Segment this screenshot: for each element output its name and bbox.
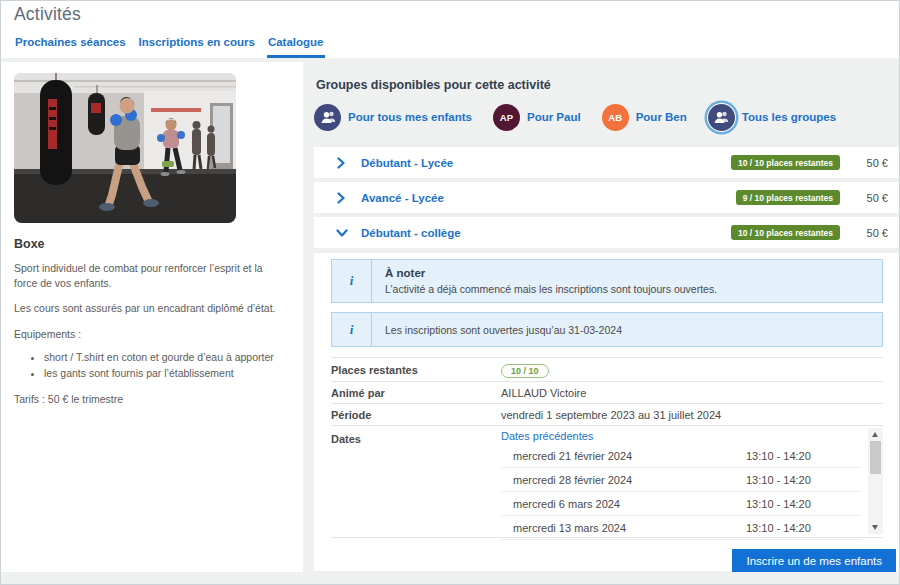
places-badge: 10 / 10 places restantes	[731, 155, 840, 170]
equipment-item: short / T.shirt en coton et gourde d’eau…	[44, 350, 294, 366]
group-name: Débutant - Lycée	[361, 157, 453, 169]
groups-panel: Groupes disponibles pour cette activité …	[314, 62, 900, 571]
filter-label: Pour tous mes enfants	[348, 111, 472, 123]
scroll-up-icon[interactable]	[872, 432, 878, 437]
session-time: 13:10 - 14:20	[746, 498, 811, 510]
info-box-a-noter: i À noter L’activité a déjà commencé mai…	[331, 259, 883, 303]
activity-description-1: Sport individuel de combat pour renforce…	[14, 261, 284, 291]
group-detail-panel: i À noter L’activité a déjà commencé mai…	[314, 253, 900, 571]
users-icon	[708, 104, 735, 131]
avatar-paul: AP	[493, 104, 520, 131]
places-badge: 10 / 10 places restantes	[731, 225, 840, 240]
filter-all-groups[interactable]: Tous les groupes	[708, 104, 836, 131]
tarifs-text: Tarifs : 50 € le trimestre	[14, 393, 290, 405]
groups-title: Groupes disponibles pour cette activité	[316, 78, 900, 92]
group-row-debutant-college[interactable]: Débutant - collège 10 / 10 places restan…	[314, 217, 900, 248]
filter-label: Pour Paul	[527, 111, 581, 123]
activity-description-2: Les cours sont assurés par un encadrant …	[14, 301, 284, 316]
users-icon	[314, 104, 341, 131]
avatar-ben: AB	[602, 104, 629, 131]
session-row: mercredi 28 février 2024 13:10 - 14:20	[501, 468, 862, 492]
equipment-item: les gants sont fournis par l’établisseme…	[44, 366, 294, 382]
group-name: Avancé - Lycée	[361, 192, 444, 204]
scroll-down-icon[interactable]	[872, 525, 878, 530]
scrollbar-thumb[interactable]	[870, 441, 881, 474]
session-date: mercredi 21 février 2024	[501, 450, 746, 462]
page-header: Activités Prochaines séances Inscription…	[1, 1, 899, 58]
table-row-dates: Dates Dates précédentes mercredi 21 févr…	[331, 426, 883, 538]
info-box-inscriptions: i Les inscriptions sont ouvertes jusqu’a…	[331, 312, 883, 347]
tab-bar: Prochaines séances Inscriptions en cours…	[14, 31, 325, 58]
page-title: Activités	[14, 4, 81, 25]
info-text: L’activité a déjà commencé mais les insc…	[385, 283, 717, 295]
group-price: 50 €	[848, 192, 888, 204]
places-badge: 9 / 10 places restantes	[736, 190, 840, 205]
filter-all-my-children[interactable]: Pour tous mes enfants	[314, 104, 472, 131]
activity-name: Boxe	[14, 237, 290, 251]
filter-label: Tous les groupes	[742, 111, 836, 123]
dates-scrollbar[interactable]	[868, 428, 883, 534]
info-text: Les inscriptions sont ouvertes jusqu’au …	[372, 313, 635, 346]
animator-value: AILLAUD Victoire	[501, 387, 586, 399]
dates-scroll-area[interactable]: Dates précédentes mercredi 21 février 20…	[501, 426, 883, 537]
child-filter-bar: Pour tous mes enfants AP Pour Paul AB Po…	[314, 102, 900, 132]
chevron-right-icon	[336, 157, 348, 169]
table-row-animator: Animé par AILLAUD Victoire	[331, 382, 883, 404]
activity-panel: Boxe Sport individuel de combat pour ren…	[1, 62, 303, 572]
info-box-body: À noter L’activité a déjà commencé mais …	[372, 260, 730, 302]
group-row-avance-lycee[interactable]: Avancé - Lycée 9 / 10 places restantes 5…	[314, 182, 900, 213]
enroll-child-button[interactable]: Inscrire un de mes enfants	[732, 549, 896, 572]
filter-label: Pour Ben	[636, 111, 687, 123]
info-icon: i	[332, 260, 372, 302]
group-row-debutant-lycee[interactable]: Débutant - Lycée 10 / 10 places restante…	[314, 147, 900, 178]
group-price: 50 €	[848, 227, 888, 239]
session-time: 13:10 - 14:20	[746, 474, 811, 486]
filter-paul[interactable]: AP Pour Paul	[493, 104, 581, 131]
tab-catalogue[interactable]: Catalogue	[267, 31, 325, 58]
row-label: Places restantes	[331, 364, 501, 376]
table-row-period: Période vendredi 1 septembre 2023 au 31 …	[331, 404, 883, 426]
session-date: mercredi 6 mars 2024	[501, 498, 746, 510]
group-details-table: Places restantes 10 / 10 Animé par AILLA…	[331, 357, 883, 538]
equipment-title: Equipements :	[14, 327, 284, 342]
session-date: mercredi 13 mars 2024	[501, 522, 746, 534]
session-date: mercredi 28 février 2024	[501, 474, 746, 486]
chevron-down-icon	[336, 227, 348, 239]
group-price: 50 €	[848, 157, 888, 169]
session-row: mercredi 21 février 2024 13:10 - 14:20	[501, 444, 862, 468]
session-time: 13:10 - 14:20	[746, 522, 811, 534]
row-label: Dates	[331, 426, 501, 445]
places-pill: 10 / 10	[501, 364, 549, 378]
table-row-places: Places restantes 10 / 10	[331, 358, 883, 382]
group-name: Débutant - collège	[361, 227, 461, 239]
chevron-right-icon	[336, 192, 348, 204]
row-label: Période	[331, 409, 501, 421]
session-row: mercredi 6 mars 2024 13:10 - 14:20	[501, 492, 862, 516]
period-value: vendredi 1 septembre 2023 au 31 juillet …	[501, 409, 721, 421]
activities-page: Activités Prochaines séances Inscription…	[0, 0, 900, 585]
row-label: Animé par	[331, 387, 501, 399]
actions-row: Inscrire un de mes enfants	[331, 549, 896, 572]
session-row: mercredi 13 mars 2024 13:10 - 14:20	[501, 516, 862, 540]
session-time: 13:10 - 14:20	[746, 450, 811, 462]
equipment-list: short / T.shirt en coton et gourde d’eau…	[14, 350, 294, 382]
tab-prochaines-seances[interactable]: Prochaines séances	[14, 31, 127, 58]
activity-photo	[14, 73, 236, 223]
previous-dates-link[interactable]: Dates précédentes	[501, 430, 593, 442]
tab-inscriptions-en-cours[interactable]: Inscriptions en cours	[138, 31, 256, 58]
info-title: À noter	[385, 267, 717, 279]
info-icon: i	[332, 313, 372, 346]
filter-ben[interactable]: AB Pour Ben	[602, 104, 687, 131]
